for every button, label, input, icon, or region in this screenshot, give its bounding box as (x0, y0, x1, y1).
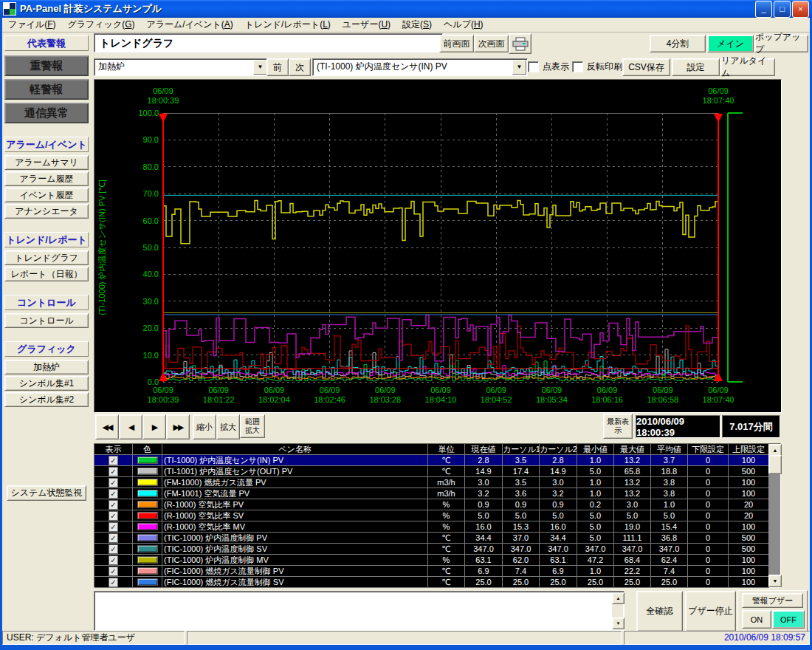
fast-forward-button[interactable]: ▶▶ (166, 414, 190, 439)
checkbox-icon[interactable]: ✓ (109, 511, 118, 521)
x-axis-tick-time: 18:04:52 (481, 395, 512, 404)
table-cell-value: 20 (729, 510, 769, 521)
table-cell-check[interactable]: ✓ (94, 544, 133, 555)
checkbox-icon[interactable]: ✓ (109, 467, 118, 476)
checkbox-icon[interactable]: ✓ (109, 522, 118, 532)
sidebar-item[interactable]: アラーム履歴 (4, 171, 89, 186)
table-cell-check[interactable]: ✓ (94, 510, 133, 521)
menu-item-L[interactable]: トレンド/レポート(L) (239, 18, 337, 31)
rewind-button[interactable]: ◀◀ (95, 414, 119, 439)
menu-item-S[interactable]: 設定(S) (396, 18, 438, 31)
checkbox-icon[interactable]: ✓ (109, 578, 118, 587)
table-cell-check[interactable]: ✓ (94, 477, 133, 488)
sidebar-item[interactable]: アラームサマリ (4, 155, 89, 170)
popup-view-button[interactable]: ポップアップ (754, 35, 808, 52)
menu-item-H[interactable]: ヘルプ(H) (438, 18, 489, 31)
table-cell-value: 100 (729, 477, 769, 488)
close-button[interactable]: × (792, 1, 809, 18)
table-cell-value: 3.2 (465, 488, 503, 499)
sidebar-item[interactable]: 加熱炉 (4, 360, 89, 374)
alarm-list-scrollbar[interactable]: ▲ ▼ (612, 592, 623, 629)
table-cell-unit: ℃ (428, 533, 465, 544)
table-cell-check[interactable]: ✓ (94, 521, 133, 533)
checkbox-icon[interactable]: ✓ (109, 489, 118, 499)
table-cell-check[interactable]: ✓ (94, 455, 133, 466)
sidebar-item[interactable]: シンボル集#1 (4, 376, 89, 391)
alarm-indicator-1[interactable]: 重警報 (4, 55, 89, 76)
restore-button[interactable]: □ (774, 1, 791, 18)
next-screen-button[interactable]: 次画面 (474, 35, 509, 52)
checkbox-icon[interactable]: ✓ (109, 500, 118, 510)
scroll-down-icon[interactable]: ▼ (768, 575, 782, 587)
table-cell-check[interactable]: ✓ (94, 555, 133, 566)
checkbox-icon[interactable]: ✓ (109, 456, 118, 465)
y-axis-tick: 30.0 (143, 297, 159, 306)
table-cell-value: 100 (729, 577, 769, 588)
buzzer-on-button[interactable]: ON (742, 610, 771, 629)
next-pen-button[interactable]: 次 (289, 58, 311, 76)
main-view-button[interactable]: メイン (707, 35, 754, 52)
menu-item-U[interactable]: ユーザー(U) (337, 18, 396, 31)
minimize-button[interactable]: _ (755, 1, 772, 18)
dot-display-checkbox[interactable] (528, 61, 539, 72)
scrollbar-thumb[interactable] (768, 455, 782, 474)
table-cell-check[interactable]: ✓ (94, 533, 133, 544)
sidebar-item[interactable]: シンボル集#2 (4, 392, 89, 407)
table-cell-value: 5.0 (577, 510, 614, 521)
checkbox-icon[interactable]: ✓ (109, 555, 118, 565)
table-cell-value: 0.9 (503, 499, 540, 510)
sidebar-item[interactable]: トレンドグラフ (4, 250, 89, 265)
sidebar-item[interactable]: アナンシエータ (4, 204, 89, 219)
checkbox-icon[interactable]: ✓ (109, 567, 118, 576)
latest-display-button[interactable]: 最新表示 (603, 414, 633, 439)
scroll-down-icon[interactable]: ▼ (612, 618, 625, 629)
sidebar-item[interactable]: レポート（日報） (4, 267, 89, 281)
settings-button[interactable]: 設定 (672, 58, 720, 76)
sidebar-item[interactable]: イベント履歴 (4, 188, 89, 202)
x-axis-tick-time: 18:02:46 (314, 395, 345, 404)
prev-pen-button[interactable]: 前 (266, 58, 289, 76)
table-cell-check[interactable]: ✓ (94, 499, 133, 510)
zoom-in-button[interactable]: 拡大 (216, 414, 240, 439)
menu-item-G[interactable]: グラフィック(G) (61, 18, 140, 31)
checkbox-icon[interactable]: ✓ (109, 544, 118, 554)
table-cell-value: 3.0 (540, 477, 577, 488)
menu-item-A[interactable]: アラーム/イベント(A) (141, 18, 239, 31)
pen-select[interactable]: (TI-1000) 炉内温度センサ(IN) PV ▼ (312, 58, 528, 76)
step-forward-button[interactable]: ▶ (142, 414, 166, 439)
chevron-down-icon[interactable]: ▼ (253, 60, 267, 75)
alarm-indicator-3[interactable]: 通信異常 (4, 103, 89, 123)
csv-save-button[interactable]: CSV保存 (622, 58, 670, 76)
sidebar-item-system-monitor[interactable]: システム状態監視 (7, 485, 86, 501)
print-button[interactable] (509, 33, 531, 54)
buzzer-stop-button[interactable]: ブザー停止 (685, 591, 736, 632)
trend-chart[interactable]: 0.010.020.030.040.050.060.070.080.090.01… (94, 80, 780, 411)
buzzer-off-button[interactable]: OFF (772, 610, 805, 629)
step-back-button[interactable]: ◀ (119, 414, 142, 439)
checkbox-icon[interactable]: ✓ (109, 478, 118, 488)
range-zoom-button[interactable]: 範囲拡大 (240, 414, 265, 438)
chevron-down-icon[interactable]: ▼ (512, 60, 526, 75)
table-cell-value: 14.9 (540, 466, 577, 477)
realtime-button[interactable]: リアルタイム (720, 58, 775, 76)
group-select[interactable]: 加熱炉 ▼ (94, 58, 269, 76)
scroll-up-icon[interactable]: ▲ (612, 592, 625, 604)
split4-button[interactable]: 4分割 (650, 35, 706, 52)
pen-color-swatch (137, 534, 158, 541)
invert-print-checkbox[interactable] (572, 61, 583, 72)
table-scrollbar[interactable]: ▲ ▼ (768, 444, 780, 587)
table-cell-check[interactable]: ✓ (94, 466, 133, 477)
table-cell-check[interactable]: ✓ (94, 577, 133, 588)
table-cell-check[interactable]: ✓ (94, 488, 133, 499)
ack-all-button[interactable]: 全確認 (636, 591, 683, 632)
dot-display-option: 点表示 (528, 61, 569, 73)
table-cell-pen-name: (TIC-1000) 炉内温度制御 MV (162, 555, 428, 566)
prev-screen-button[interactable]: 前画面 (439, 35, 474, 52)
alarm-indicator-2[interactable]: 軽警報 (4, 79, 89, 100)
table-cell-check[interactable]: ✓ (94, 566, 133, 577)
sidebar-item[interactable]: コントロール (4, 313, 89, 328)
menu-item-F[interactable]: ファイル(F) (2, 18, 61, 31)
alarm-message-list[interactable]: ▲ ▼ (94, 591, 625, 631)
checkbox-icon[interactable]: ✓ (109, 533, 118, 543)
zoom-out-button[interactable]: 縮小 (193, 414, 216, 439)
